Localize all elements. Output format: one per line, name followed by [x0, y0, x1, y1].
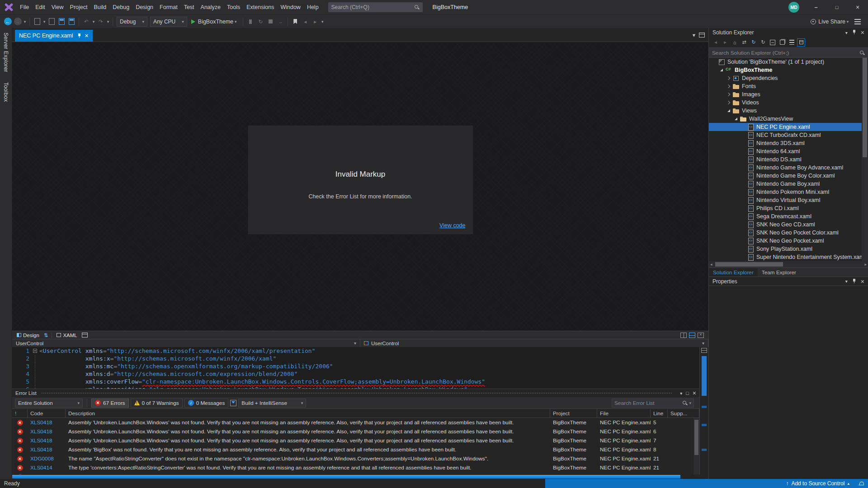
collapse-arrow-icon[interactable]: [725, 109, 732, 112]
menu-item-project[interactable]: Project: [67, 0, 91, 14]
bookmark-icon[interactable]: [291, 17, 300, 26]
active-document-filter-icon[interactable]: [230, 400, 236, 406]
error-list-title-bar[interactable]: Error List: [12, 389, 699, 397]
menu-item-format[interactable]: Format: [156, 0, 181, 14]
tree-item[interactable]: Nintendo 3DS.xaml: [709, 139, 862, 147]
error-search-box[interactable]: Search Error List: [612, 399, 694, 408]
start-debugging-button[interactable]: BigBoxTheme: [189, 17, 241, 27]
sync-with-active-document-icon[interactable]: [750, 38, 758, 47]
error-row[interactable]: XLS0414The type 'converters:AspectRatioS…: [12, 463, 699, 472]
tree-item[interactable]: Dependencies: [709, 74, 862, 82]
toolbar-customize-icon[interactable]: [854, 19, 861, 24]
show-all-files-icon[interactable]: [778, 38, 786, 47]
tree-item[interactable]: Nintendo Virtual Boy.xaml: [709, 196, 862, 204]
tree-vertical-scrollbar[interactable]: [862, 58, 868, 261]
menu-item-help[interactable]: Help: [304, 0, 322, 14]
code-column-header[interactable]: Code: [28, 409, 66, 418]
xaml-code-editor[interactable]: 1<UserControl xmlns="http://schemas.micr…: [12, 347, 699, 389]
tree-item[interactable]: Wall2GamesView: [709, 115, 862, 123]
expand-arrow-icon[interactable]: [725, 77, 732, 80]
navigation-dropdown-icon[interactable]: [23, 19, 27, 24]
tree-item[interactable]: Nintendo 64.xaml: [709, 147, 862, 155]
close-pane-icon[interactable]: [861, 29, 864, 36]
quick-search-box[interactable]: Search (Ctrl+Q): [328, 2, 423, 12]
save-icon[interactable]: [59, 18, 65, 25]
menu-item-design[interactable]: Design: [132, 0, 156, 14]
undo-dropdown-icon[interactable]: [91, 19, 96, 24]
horizontal-scrollbar[interactable]: [12, 474, 708, 479]
tree-item[interactable]: NEC PC Engine.xaml: [709, 123, 868, 131]
tree-item[interactable]: Nintendo Game Boy.xaml: [709, 180, 862, 188]
tree-item[interactable]: Nintendo Game Boy Color.xaml: [709, 172, 862, 180]
pin-icon[interactable]: [852, 29, 856, 35]
tree-item[interactable]: BigBoxTheme: [709, 66, 862, 74]
tab-close-icon[interactable]: [85, 32, 89, 39]
collapse-pane-icon[interactable]: [698, 333, 704, 338]
file-column-header[interactable]: File: [597, 409, 651, 418]
switch-views-icon[interactable]: [740, 38, 748, 47]
notifications-icon[interactable]: [859, 481, 863, 486]
preview-selected-items-icon[interactable]: [797, 38, 805, 47]
tree-item[interactable]: Nintendo Game Boy Advance.xaml: [709, 164, 862, 172]
server-explorer-tab[interactable]: Server Explorer: [3, 33, 9, 72]
window-layout-icon[interactable]: [699, 33, 705, 38]
editor-vertical-scrollbar[interactable]: [699, 347, 708, 474]
tree-item[interactable]: NEC TurboGrafx CD.xaml: [709, 131, 862, 139]
tree-item[interactable]: Images: [709, 90, 862, 99]
close-pane-icon[interactable]: [861, 278, 864, 285]
tree-item[interactable]: Nintendo Pokemon Mini.xaml: [709, 188, 862, 196]
toolbar-options-icon[interactable]: [320, 19, 325, 24]
vertical-split-icon[interactable]: [680, 333, 687, 338]
back-icon[interactable]: [712, 38, 720, 47]
error-scope-select[interactable]: Entire Solution: [15, 399, 83, 408]
error-row[interactable]: XLS0418Assembly 'Unbroken.LaunchBox.Wind…: [12, 427, 699, 436]
swap-panes-icon[interactable]: [44, 332, 48, 338]
chevron-up-icon[interactable]: [847, 481, 849, 486]
xaml-view-button[interactable]: XAML: [54, 331, 80, 339]
menu-item-window[interactable]: Window: [277, 0, 303, 14]
fold-margin[interactable]: [31, 378, 39, 385]
menu-item-file[interactable]: File: [17, 0, 32, 14]
tree-item[interactable]: SNK Neo Geo CD.xaml: [709, 221, 862, 229]
active-files-dropdown-icon[interactable]: [693, 32, 695, 38]
horizontal-split-icon[interactable]: [689, 333, 695, 338]
tree-hscrollbar-thumb[interactable]: [715, 262, 783, 267]
previous-bookmark-icon[interactable]: [301, 17, 310, 26]
tree-horizontal-scrollbar[interactable]: [709, 261, 868, 267]
code-line[interactable]: 1<UserControl xmlns="http://schemas.micr…: [12, 347, 699, 355]
error-list-vertical-scrollbar[interactable]: [693, 418, 699, 474]
stop-icon[interactable]: [266, 17, 275, 26]
redo-dropdown-icon[interactable]: [106, 19, 110, 24]
close-pane-icon[interactable]: [693, 389, 696, 397]
maximize-pane-icon[interactable]: [686, 390, 689, 396]
tree-item[interactable]: SNK Neo Geo Pocket.xaml: [709, 237, 862, 245]
scrollbar-thumb[interactable]: [702, 356, 707, 396]
live-share-label[interactable]: Live Share: [818, 19, 845, 25]
project-column-header[interactable]: Project: [550, 409, 597, 418]
error-row[interactable]: XDG0008The name "AspectRatioStringConver…: [12, 454, 699, 463]
add-to-source-control-button[interactable]: Add to Source Control: [791, 480, 844, 487]
tree-item[interactable]: Solution 'BigBoxTheme' (1 of 1 project): [709, 58, 862, 66]
tree-item[interactable]: Fonts: [709, 82, 862, 90]
expand-arrow-icon[interactable]: [725, 101, 732, 104]
solution-platform-select[interactable]: Any CPU: [150, 17, 187, 27]
tree-item[interactable]: SNK Neo Geo Pocket Color.xaml: [709, 229, 862, 237]
menu-item-view[interactable]: View: [48, 0, 67, 14]
document-tab-active[interactable]: NEC PC Engine.xaml: [15, 30, 93, 42]
code-line[interactable]: 2 xmlns:x="http://schemas.microsoft.com/…: [12, 355, 699, 362]
new-project-dropdown-icon[interactable]: [42, 19, 47, 24]
popout-xaml-icon[interactable]: [82, 333, 88, 338]
breadcrumb-right[interactable]: UserControl: [360, 339, 708, 347]
errors-toggle[interactable]: 67 Errors: [91, 399, 129, 408]
solution-configuration-select[interactable]: Debug: [117, 17, 147, 27]
code-line[interactable]: 4 xmlns:d="http://schemas.microsoft.com/…: [12, 370, 699, 378]
menu-item-build[interactable]: Build: [90, 0, 109, 14]
fold-margin[interactable]: [31, 362, 39, 370]
pane-options-icon[interactable]: [845, 30, 848, 35]
expand-arrow-icon[interactable]: [725, 85, 732, 88]
close-button[interactable]: [847, 0, 868, 14]
collapse-arrow-icon[interactable]: [732, 117, 740, 120]
tree-item[interactable]: Super Nintendo Entertainment System.xaml: [709, 253, 862, 261]
pin-icon[interactable]: [77, 33, 81, 38]
solution-explorer-header[interactable]: Solution Explorer: [709, 28, 868, 37]
